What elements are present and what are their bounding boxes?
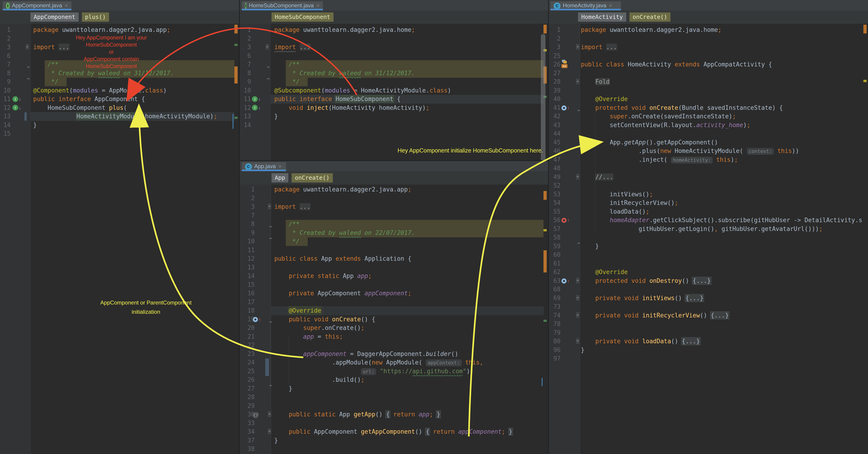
- code-line-1[interactable]: 1package uwanttolearn.dagger2.java.home;: [549, 26, 868, 34]
- code-line-9[interactable]: 9⌃ */: [0, 78, 239, 86]
- code-line-57[interactable]: 57 gitHubUser.getLogin(), gitHubUser.get…: [549, 225, 868, 233]
- code-line-53[interactable]: 53 initViews();: [549, 190, 868, 199]
- fold-expand-icon[interactable]: +: [576, 175, 579, 179]
- code-line-2[interactable]: 2: [549, 34, 868, 43]
- code-line-26[interactable]: 26 .build();: [239, 375, 548, 384]
- code-line-10[interactable]: 10@Component(modules = AppModule.class): [0, 86, 239, 95]
- code-line-13[interactable]: 13}: [239, 112, 548, 121]
- fold-expand-icon[interactable]: +: [576, 339, 579, 343]
- error-stripe-mark[interactable]: [544, 320, 547, 322]
- close-icon[interactable]: ✕: [316, 3, 320, 8]
- fold-collapse-icon[interactable]: ⌃: [266, 78, 271, 83]
- code-line-2[interactable]: 2: [239, 194, 548, 203]
- code-line-1[interactable]: 1package uwanttolearn.dagger2.java.app;: [239, 185, 548, 194]
- code-line-17[interactable]: 17: [239, 298, 548, 307]
- implemented-icon[interactable]: I↓: [12, 105, 21, 111]
- fold-expand-icon[interactable]: +: [576, 45, 579, 49]
- code-line-11[interactable]: 11I↓public interface HomeSubComponent {: [239, 95, 548, 104]
- error-stripe-mark[interactable]: [544, 250, 547, 273]
- tab-homesubcomponent-java[interactable]: I HomeSubComponent.java ✕: [242, 1, 323, 10]
- code-line-52[interactable]: 52: [549, 181, 868, 190]
- code-line-44[interactable]: 44: [549, 130, 868, 138]
- code-line-25[interactable]: 25: [549, 52, 868, 60]
- breadcrumb-oncreate-[interactable]: onCreate(): [291, 173, 333, 182]
- overrides-icon[interactable]: ↑: [561, 105, 570, 111]
- code-editor[interactable]: 1package uwanttolearn.dagger2.java.app;2…: [0, 24, 239, 454]
- code-line-33[interactable]: 33: [239, 419, 548, 428]
- error-stripe-mark[interactable]: [235, 66, 238, 84]
- code-line-29[interactable]: 29: [239, 402, 548, 410]
- code-line-37[interactable]: 37}: [239, 436, 548, 445]
- code-line-10[interactable]: 10⌃ */: [239, 237, 548, 246]
- fold-collapse-icon[interactable]: ⌃: [576, 243, 581, 248]
- error-stripe-mark[interactable]: [544, 25, 547, 33]
- code-line-30[interactable]: 30@+ public static App getApp() { return…: [239, 410, 548, 419]
- code-line-3[interactable]: 3+import ...: [239, 203, 548, 211]
- code-line-80[interactable]: 80+ private void loadData() {...}: [549, 337, 868, 346]
- error-stripe-mark[interactable]: [235, 117, 238, 119]
- code-line-27[interactable]: 27⌃ }: [239, 384, 548, 393]
- fold-expand-icon[interactable]: +: [26, 45, 29, 49]
- close-icon[interactable]: ✕: [609, 3, 613, 8]
- fold-collapse-icon[interactable]: ⌄: [26, 63, 31, 69]
- fold-collapse-icon[interactable]: ⌃: [268, 237, 273, 243]
- code-line-12[interactable]: 12I↓ void inject(HomeActivity homeActivi…: [239, 104, 548, 112]
- code-line-14[interactable]: 14: [239, 121, 548, 130]
- code-line-13[interactable]: 13 HomeActivityModule homeActivityModule…: [0, 112, 239, 121]
- code-line-38[interactable]: 38: [239, 445, 548, 454]
- code-line-69[interactable]: 69+ private void initViews() {...}: [549, 294, 868, 303]
- code-line-68[interactable]: 68: [549, 285, 868, 294]
- code-line-6[interactable]: 6: [239, 52, 548, 60]
- code-line-73[interactable]: 73: [549, 303, 868, 311]
- related-layout-icons[interactable]: <>: [561, 60, 567, 68]
- code-line-48[interactable]: 48: [549, 164, 868, 173]
- fold-expand-icon[interactable]: +: [266, 45, 269, 49]
- code-line-7[interactable]: 7⌄ /**: [239, 60, 548, 69]
- code-line-12[interactable]: 12I↓ HomeSubComponent plus(: [0, 104, 239, 112]
- code-line-46[interactable]: 46 .plus(new HomeActivityModule( context…: [549, 147, 868, 155]
- code-editor[interactable]: 1package uwanttolearn.dagger2.java.app;2…: [239, 185, 548, 454]
- code-line-11[interactable]: 11: [239, 246, 548, 255]
- fold-expand-icon[interactable]: +: [268, 204, 271, 209]
- code-line-34[interactable]: 34+ public AppComponent getAppComponent(…: [239, 427, 548, 436]
- error-stripe-mark[interactable]: [232, 114, 234, 129]
- code-line-39[interactable]: 39: [549, 86, 868, 95]
- fold-expand-icon[interactable]: +: [576, 296, 579, 300]
- overrides-icon[interactable]: ↑: [561, 278, 570, 284]
- error-stripe-mark[interactable]: [863, 80, 867, 82]
- code-line-15[interactable]: 15: [0, 130, 239, 138]
- code-line-26[interactable]: 26<>public class HomeActivity extends Ap…: [549, 60, 868, 69]
- annotation-gutter-icon[interactable]: @: [253, 411, 259, 419]
- code-line-74[interactable]: 74+ private void initRecyclerView() {...…: [549, 311, 868, 320]
- breadcrumb-homesubcomponent[interactable]: HomeSubComponent: [272, 12, 334, 22]
- close-icon[interactable]: ✕: [278, 164, 282, 169]
- code-line-11[interactable]: 11I↓public interface AppComponent {: [0, 95, 239, 104]
- error-stripe-mark[interactable]: [235, 25, 238, 33]
- close-icon[interactable]: ✕: [64, 3, 68, 8]
- fold-collapse-icon[interactable]: ⌄: [266, 63, 271, 69]
- fold-collapse-icon[interactable]: ⌄: [268, 223, 273, 228]
- breadcrumb-oncreate-[interactable]: onCreate(): [629, 12, 671, 22]
- code-line-7[interactable]: 7: [239, 211, 548, 220]
- code-line-21[interactable]: 21 app = this;: [239, 333, 548, 341]
- code-line-27[interactable]: 27: [549, 69, 868, 78]
- fold-expand-icon[interactable]: +: [576, 313, 579, 317]
- code-line-3[interactable]: 3+import ...: [239, 43, 548, 52]
- code-line-47[interactable]: 47 .inject( homeActivity: this);: [549, 155, 868, 164]
- pane-divider-horizontal[interactable]: [239, 160, 548, 161]
- breadcrumb-appcomponent[interactable]: AppComponent: [30, 12, 79, 22]
- code-line-96[interactable]: 96}: [549, 346, 868, 354]
- implemented-icon[interactable]: I↓: [12, 96, 21, 102]
- code-line-10[interactable]: 10@Subcomponent(modules = HomeActivityMo…: [239, 86, 548, 95]
- code-line-49[interactable]: 49+ //...: [549, 173, 868, 181]
- code-line-2[interactable]: 2: [239, 34, 548, 43]
- code-line-3[interactable]: 3+import ...: [549, 43, 868, 52]
- overrides-icon[interactable]: ↑: [561, 217, 570, 224]
- code-line-54[interactable]: 54 initRecyclerView();: [549, 199, 868, 207]
- code-line-56[interactable]: 56↑ homeAdapter.getClickSubject().subscr…: [549, 216, 868, 225]
- fold-collapse-icon[interactable]: ⌃: [26, 78, 31, 83]
- code-editor[interactable]: 1package uwanttolearn.dagger2.java.home;…: [239, 24, 548, 160]
- code-line-28[interactable]: 28+ Fold: [549, 78, 868, 86]
- code-line-43[interactable]: 43 setContentView(R.layout.activity_home…: [549, 121, 868, 130]
- implemented-icon[interactable]: I↓: [252, 105, 261, 111]
